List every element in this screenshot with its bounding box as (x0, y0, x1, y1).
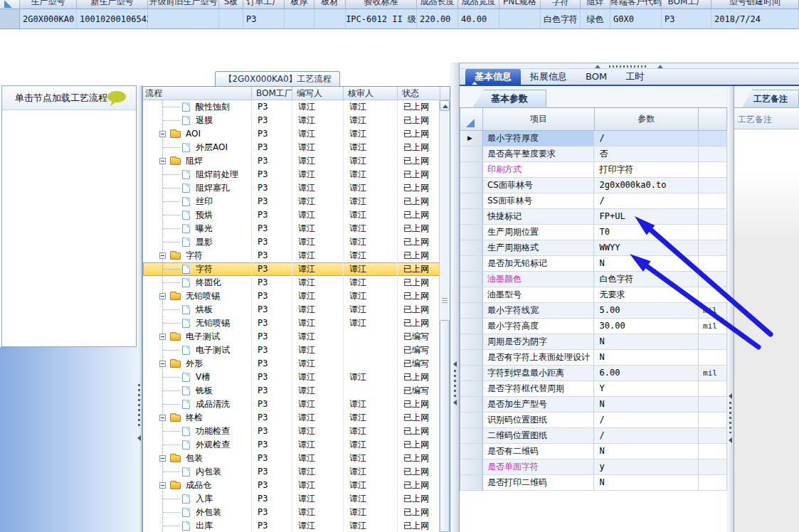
row-selector[interactable]: ▶ (460, 428, 483, 444)
tree-node[interactable]: 退膜 (143, 114, 252, 127)
column-header[interactable]: 订单工厂 (243, 0, 285, 9)
tree-row[interactable]: 成品清洗 P3 谭江 谭江 已上网 (143, 398, 440, 411)
tree-row[interactable]: 外观检查 P3 谭江 谭江 已上网 (143, 438, 440, 452)
cell-value[interactable]: 10010200106543 (77, 9, 148, 29)
param-value[interactable]: 打印字符 (594, 162, 699, 178)
scrollbar-thumb[interactable] (440, 320, 450, 532)
tree-row[interactable]: 阻焊塞孔 P3 谭江 谭江 已上网 (143, 181, 440, 195)
collapse-left-icon[interactable] (137, 435, 141, 441)
column-header[interactable]: PNL规格 (499, 0, 541, 9)
param-col-param[interactable]: 参数 (595, 108, 699, 131)
tree-node[interactable]: 外包装 (143, 506, 252, 519)
tree-node[interactable]: AOI (143, 127, 252, 141)
column-header[interactable]: 板材 (314, 0, 346, 9)
cell-value[interactable]: 绿色 (581, 9, 610, 29)
column-header[interactable]: 生产型号 (20, 0, 77, 9)
tree-scrollbar[interactable] (439, 100, 450, 532)
tree-node[interactable]: 曝光 (143, 222, 252, 235)
cell-value[interactable]: 40.00 (458, 9, 499, 29)
tree-node[interactable]: 内包装 (143, 465, 252, 479)
row-selector[interactable]: ▶ (460, 147, 483, 162)
param-value[interactable]: / (594, 428, 699, 444)
collapse-toggle-icon[interactable] (159, 293, 166, 299)
tree-node[interactable]: 阻焊 (143, 154, 252, 168)
column-header[interactable]: S板 (219, 0, 243, 9)
row-selector[interactable]: ▶ (460, 272, 483, 287)
param-row[interactable]: ▶ 字符到焊盘最小距离 6.00 mil (460, 366, 727, 381)
column-header[interactable] (0, 0, 20, 9)
param-row[interactable]: ▶ 是否打印二维码 N (460, 475, 727, 491)
collapse-toggle-icon[interactable] (159, 252, 166, 259)
cell-value[interactable]: P3 (662, 9, 711, 29)
tree-node[interactable]: 电子测试 (143, 344, 252, 357)
scroll-up-icon[interactable] (440, 100, 450, 111)
row-selector[interactable]: ▶ (460, 162, 483, 178)
param-row[interactable]: ▶ 最小字符厚度 / (460, 131, 727, 147)
column-header[interactable]: BOM工厂 (662, 0, 711, 9)
collapse-up-icon[interactable] (595, 65, 600, 68)
collapse-toggle-icon[interactable] (159, 482, 166, 489)
tree-row[interactable]: 字符 P3 谭江 谭江 已上网 (143, 262, 440, 276)
row-selector[interactable]: ▶ (460, 303, 483, 319)
cell-value[interactable] (219, 9, 243, 29)
param-value[interactable]: / (594, 131, 699, 147)
tree-row[interactable]: 阻焊 P3 谭江 谭江 已上网 (143, 154, 440, 168)
cell-value[interactable]: G0X0 (610, 9, 662, 29)
cell-value[interactable]: IPC-6012 II 级 (346, 9, 417, 29)
param-row[interactable]: ▶ 是否有二维码 N (460, 444, 727, 459)
tree-node[interactable]: 出库 (143, 519, 252, 532)
param-value[interactable]: FP+UL (594, 209, 699, 225)
info-tab[interactable]: 工时 (616, 69, 653, 85)
param-row[interactable]: ▶ 是否有字符上表面处理设计 N (460, 350, 727, 366)
tree-node[interactable]: 烘板 (143, 303, 252, 316)
dock-splitter-horizontal[interactable] (460, 63, 799, 69)
param-value[interactable]: N (594, 397, 699, 413)
tree-node[interactable]: 外形 (143, 357, 252, 371)
tree-node[interactable]: 无铅喷锡 (143, 316, 252, 330)
param-value[interactable]: 5.00 (594, 303, 699, 319)
cell-value[interactable] (314, 9, 346, 29)
tree-node[interactable]: 显影 (143, 235, 252, 249)
collapse-left-icon[interactable] (729, 393, 732, 399)
param-row[interactable]: ▶ 是否加无铅标记 N (460, 256, 727, 272)
param-row[interactable]: ▶ 是否加生产型号 N (460, 397, 727, 413)
tree-node[interactable]: 阻焊塞孔 (143, 181, 252, 195)
tree-col-bom-factory[interactable]: BOM工厂 (252, 87, 292, 100)
column-header[interactable]: 验收标准 (346, 0, 417, 9)
param-row[interactable]: ▶ 油墨颜色 白色字符 (460, 272, 727, 287)
param-value[interactable]: / (594, 193, 699, 209)
splitter-middle[interactable] (450, 63, 460, 532)
tree-row[interactable]: 铣板 P3 谭江 已编写 (143, 384, 440, 398)
param-value[interactable]: N (594, 256, 699, 272)
tree-col-writer[interactable]: 编写人 (292, 87, 344, 100)
column-header[interactable]: 字符 (541, 0, 581, 9)
param-value[interactable]: N (594, 334, 699, 350)
column-header[interactable]: 型号创建时间 (711, 0, 799, 9)
tree-row[interactable]: 终检 P3 谭江 谭江 已上网 (143, 411, 440, 425)
collapse-left-icon[interactable] (453, 361, 457, 367)
param-value[interactable]: 无要求 (594, 287, 699, 303)
tree-node[interactable]: 外观检查 (143, 438, 252, 452)
cell-value[interactable]: 2G0X000KA0 (20, 9, 77, 29)
param-value[interactable]: 30.00 (594, 319, 699, 334)
tree-node[interactable]: 预烘 (143, 208, 252, 222)
row-selector[interactable]: ▶ (460, 381, 483, 397)
param-row[interactable]: ▶ 快捷标记 FP+UL (460, 209, 727, 225)
cell-value[interactable] (0, 9, 20, 29)
tree-col-flow[interactable]: 流程 (143, 87, 252, 100)
select-all-cell[interactable] (460, 108, 483, 131)
param-value[interactable]: 2g0x000ka0.to (594, 178, 699, 193)
collapse-toggle-icon[interactable] (159, 334, 166, 340)
cell-value[interactable]: 220.00 (417, 9, 458, 29)
cell-value[interactable] (148, 9, 219, 29)
column-header[interactable]: 新生产型号 (77, 0, 148, 9)
cell-value[interactable]: 白色字符 (541, 9, 581, 29)
column-header[interactable]: 开级前旧生产型号 (148, 0, 219, 9)
collapse-left-icon[interactable] (729, 437, 732, 443)
tree-node[interactable]: 外层AOI (143, 141, 252, 154)
cell-value[interactable]: 2018/7/24 (711, 9, 799, 29)
tree-row[interactable]: 阻焊前处理 P3 谭江 谭江 已上网 (143, 168, 440, 181)
param-row[interactable]: ▶ 是否高平整度要求 否 (460, 147, 727, 162)
row-selector[interactable]: ▶ (460, 256, 483, 272)
row-selector[interactable]: ▶ (460, 475, 483, 491)
